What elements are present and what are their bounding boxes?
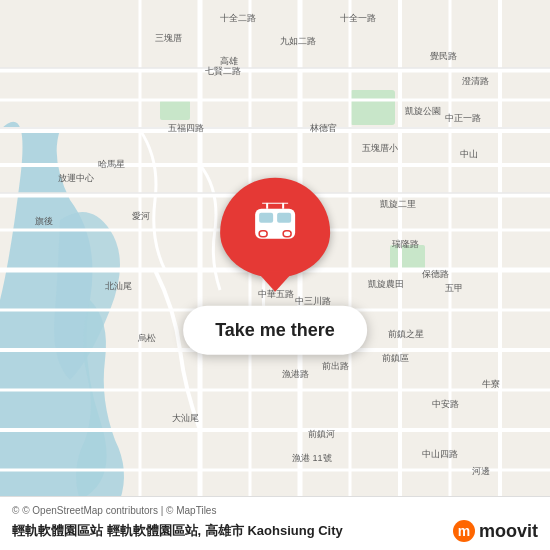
road-label: 凱旋二里 xyxy=(380,198,416,211)
road-label: 中安路 xyxy=(432,398,459,411)
map-container: 十全二路 十全一路 九如二路 三塊厝 高雄 七賢二路 覺民路 澄清路 凱旋公園 … xyxy=(0,0,550,550)
road-label: 十全一路 xyxy=(340,12,376,25)
info-bar: © © OpenStreetMap contributors | © MapTi… xyxy=(0,496,550,550)
svg-rect-32 xyxy=(283,231,291,237)
road-label: 覺民路 xyxy=(430,50,457,63)
road-label: 放運中心 xyxy=(58,172,94,185)
road-label: 五福四路 xyxy=(168,122,204,135)
road-label: 保德路 xyxy=(422,268,449,281)
road-label: 牛寮 xyxy=(482,378,500,391)
copyright-icon: © xyxy=(12,505,19,516)
svg-rect-30 xyxy=(277,213,291,223)
station-name: 輕軌軟體園區站 輕軌軟體園區站, 高雄市 Kaohsiung City xyxy=(12,522,453,540)
road-label: 河邊 xyxy=(472,465,490,478)
road-label: 大汕尾 xyxy=(172,412,199,425)
road-label: 五塊厝小 xyxy=(362,142,398,155)
road-label: 澄清路 xyxy=(462,75,489,88)
road-label: 前鎮之星 xyxy=(388,328,424,341)
attribution: © © OpenStreetMap contributors | © MapTi… xyxy=(12,505,538,516)
road-label: 愛河 xyxy=(132,210,150,223)
road-label: 凱旋農田 xyxy=(368,278,404,291)
road-label: 漁港 11號 xyxy=(292,452,332,465)
road-label: 五甲 xyxy=(445,282,463,295)
road-label: 中山四路 xyxy=(422,448,458,461)
road-label: 北汕尾 xyxy=(105,280,132,293)
road-label: 漁港路 xyxy=(282,368,309,381)
road-label: 十全二路 xyxy=(220,12,256,25)
svg-rect-29 xyxy=(259,213,273,223)
svg-rect-0 xyxy=(350,90,395,125)
road-label: 中正一路 xyxy=(445,112,481,125)
road-label: 九如二路 xyxy=(280,35,316,48)
road-label: 林德官 xyxy=(310,122,337,135)
location-card: Take me there xyxy=(183,178,367,355)
road-label: 七賢二路 xyxy=(205,65,241,78)
moovit-m-icon: m xyxy=(453,520,475,542)
svg-rect-1 xyxy=(160,100,190,120)
bus-stop-icon xyxy=(247,203,303,253)
bus-stop-marker xyxy=(220,178,330,278)
moovit-logo: m moovit xyxy=(453,520,538,542)
svg-rect-31 xyxy=(259,231,267,237)
road-label: 旗後 xyxy=(35,215,53,228)
moovit-wordmark: moovit xyxy=(479,521,538,542)
road-label: 前鎮區 xyxy=(382,352,409,365)
road-label: 凱旋公園 xyxy=(405,105,441,118)
road-label: 瑞隆路 xyxy=(392,238,419,251)
road-label: 哈馬星 xyxy=(98,158,125,171)
road-label: 三塊厝 xyxy=(155,32,182,45)
road-label: 前出路 xyxy=(322,360,349,373)
road-label: 前鎮河 xyxy=(308,428,335,441)
road-label: 中山 xyxy=(460,148,478,161)
take-me-there-button[interactable]: Take me there xyxy=(183,306,367,355)
road-label: 烏松 xyxy=(138,332,156,345)
